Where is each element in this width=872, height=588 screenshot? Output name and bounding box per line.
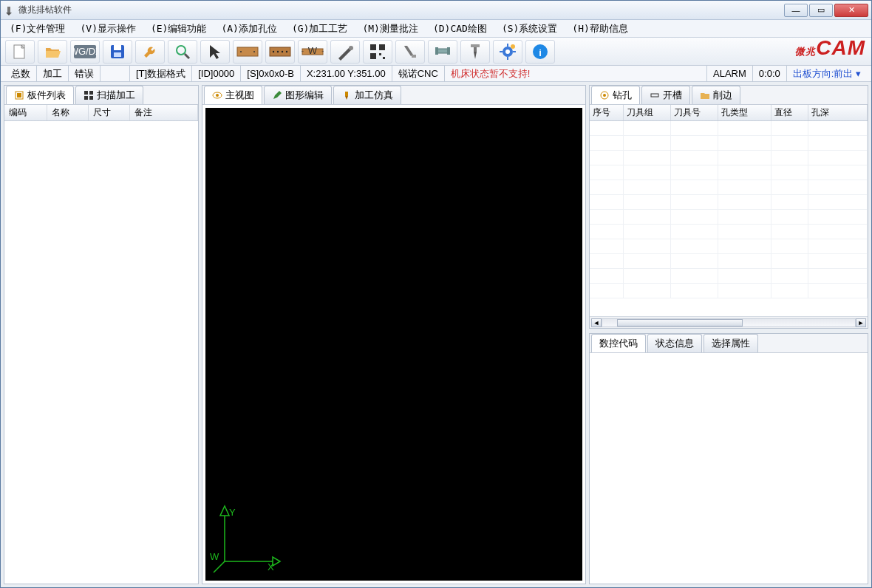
axis-w-label: W: [210, 551, 219, 562]
svg-point-17: [277, 50, 279, 52]
svg-rect-48: [89, 91, 93, 95]
tool-board2-icon[interactable]: [265, 40, 295, 64]
status-tformat[interactable]: [T]数据格式: [130, 66, 192, 81]
tool-caliper-icon[interactable]: [395, 40, 425, 64]
tool-dwgdxf-icon[interactable]: DWG/DXF: [70, 40, 100, 64]
nccode-area[interactable]: [590, 353, 868, 584]
close-button[interactable]: ✕: [834, 4, 868, 17]
svg-rect-39: [507, 57, 508, 60]
svg-rect-8: [114, 52, 121, 57]
tab-simulate[interactable]: 加工仿真: [333, 86, 401, 104]
tool-board1-icon[interactable]: [233, 40, 262, 64]
svg-rect-41: [513, 51, 516, 52]
tab-nccode[interactable]: 数控代码: [591, 334, 646, 352]
status-total: 总数: [5, 66, 37, 81]
svg-text:DWG/DXF: DWG/DXF: [73, 46, 97, 57]
svg-marker-1: [6, 13, 12, 16]
left-list-body[interactable]: [4, 121, 198, 584]
menu-measure[interactable]: (M)测量批注: [358, 21, 422, 37]
tab-graphedit[interactable]: 图形编辑: [264, 86, 332, 104]
tab-selectattr[interactable]: 选择属性: [704, 334, 758, 352]
scroll-thumb[interactable]: [617, 319, 743, 327]
status-machine: 机床状态暂不支持!: [445, 66, 707, 81]
status-s: [S]0x0x0-B: [241, 66, 301, 81]
gcol-diameter[interactable]: 直径: [771, 105, 808, 120]
col-name[interactable]: 名称: [47, 105, 89, 120]
gcol-index[interactable]: 序号: [590, 105, 624, 120]
menu-addhole[interactable]: (A)添加孔位: [217, 21, 281, 37]
menu-file[interactable]: (F)文件管理: [5, 21, 69, 37]
tab-statusinfo[interactable]: 状态信息: [647, 334, 702, 352]
svg-marker-11: [210, 45, 220, 59]
menu-settings[interactable]: (S)系统设置: [497, 21, 562, 37]
right-top-tabs: 钻孔 开槽 削边: [590, 86, 868, 105]
tool-wrench-icon[interactable]: [135, 40, 165, 64]
tool-cursor-icon[interactable]: [200, 40, 230, 64]
drill-icon: [599, 90, 610, 100]
scroll-right-icon[interactable]: ►: [856, 318, 866, 327]
scroll-left-icon[interactable]: ◄: [591, 318, 602, 327]
svg-marker-58: [220, 506, 229, 516]
drill-table-body[interactable]: [590, 121, 868, 298]
tool-gear-icon[interactable]: [493, 40, 522, 64]
tab-mainview[interactable]: 主视图: [204, 86, 262, 104]
viewport-canvas[interactable]: X Y W: [205, 108, 582, 581]
svg-point-13: [240, 51, 242, 52]
svg-rect-30: [437, 49, 449, 53]
tool-measure-icon[interactable]: ← W →: [298, 40, 327, 64]
left-panel: 板件列表 扫描加工 编码 名称 尺寸 备注: [4, 85, 199, 584]
maximize-button[interactable]: ▭: [809, 4, 833, 17]
tab-simulate-label: 加工仿真: [355, 89, 393, 102]
drill-table-header: 序号 刀具组 刀具号 孔类型 直径 孔深: [590, 105, 868, 121]
col-size[interactable]: 尺寸: [89, 105, 130, 120]
tool-probe-icon[interactable]: [330, 40, 360, 64]
status-time: 0:0:0: [753, 66, 787, 81]
menu-cad[interactable]: (D)CAD绘图: [429, 21, 491, 37]
svg-line-59: [214, 561, 225, 572]
simulate-icon: [341, 90, 352, 100]
axis-widget: X Y W: [210, 495, 291, 576]
tool-clamp-icon[interactable]: [428, 40, 457, 64]
gcol-depth[interactable]: 孔深: [808, 105, 868, 120]
tool-qrcode-icon[interactable]: [363, 40, 392, 64]
svg-rect-29: [412, 55, 416, 58]
tool-drill-icon[interactable]: [460, 40, 490, 64]
tool-zoom-icon[interactable]: [168, 40, 197, 64]
menu-edit[interactable]: (E)编辑功能: [146, 21, 211, 37]
menubar: (F)文件管理 (V)显示操作 (E)编辑功能 (A)添加孔位 (G)加工工艺 …: [1, 20, 871, 38]
tab-slot-label: 开槽: [663, 89, 682, 102]
gcol-toolno[interactable]: 刀具号: [671, 105, 718, 120]
tab-trim-label: 削边: [713, 89, 732, 102]
tab-scan[interactable]: 扫描加工: [75, 86, 143, 104]
svg-point-61: [603, 94, 606, 97]
tab-boardlist[interactable]: 板件列表: [6, 86, 74, 104]
gcol-toolgroup[interactable]: 刀具组: [624, 105, 671, 120]
scroll-track[interactable]: [602, 318, 856, 327]
tab-statusinfo-label: 状态信息: [655, 337, 694, 350]
boardlist-icon: [14, 90, 24, 100]
svg-rect-24: [370, 44, 376, 50]
tool-info-icon[interactable]: i: [525, 40, 555, 64]
menu-view[interactable]: (V)显示操作: [75, 21, 140, 37]
tab-drill[interactable]: 钻孔: [591, 86, 640, 104]
status-outdir[interactable]: 出板方向:前出 ▾: [787, 66, 867, 81]
tool-open-icon[interactable]: [38, 40, 67, 64]
tab-trim[interactable]: 削边: [692, 86, 740, 104]
status-id: [ID]0000: [192, 66, 241, 81]
tab-nccode-label: 数控代码: [599, 337, 638, 350]
drill-hscroll[interactable]: ◄ ►: [590, 316, 868, 328]
left-tabs: 板件列表 扫描加工: [4, 86, 198, 105]
right-column: 钻孔 开槽 削边 序号 刀具组 刀具号: [589, 85, 868, 584]
col-remark[interactable]: 备注: [130, 105, 198, 120]
tab-slot[interactable]: 开槽: [641, 86, 690, 104]
col-code[interactable]: 编码: [4, 105, 47, 120]
svg-rect-26: [370, 53, 376, 59]
menu-help[interactable]: (H)帮助信息: [568, 21, 632, 37]
minimize-button[interactable]: —: [784, 4, 808, 17]
tool-save-icon[interactable]: [103, 40, 132, 64]
svg-point-16: [273, 50, 274, 52]
gcol-holetype[interactable]: 孔类型: [718, 105, 771, 120]
menu-process[interactable]: (G)加工工艺: [287, 21, 352, 37]
tool-new-icon[interactable]: [5, 40, 35, 64]
svg-marker-34: [474, 52, 477, 59]
